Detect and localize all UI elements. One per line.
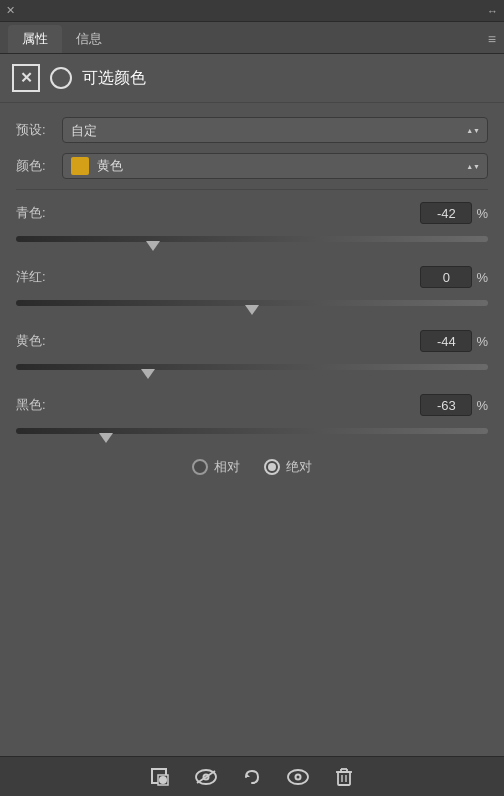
color-swatch [71,157,89,175]
slider-track-wrap-1[interactable] [16,292,488,314]
svg-point-10 [297,775,300,778]
presets-label: 预设: [16,121,54,139]
slider-track-3 [16,428,488,434]
resize-icon[interactable]: ↔ [487,5,498,17]
tabs-menu-button[interactable]: ≡ [488,31,496,47]
visibility-button[interactable] [192,763,220,791]
slider-pct-1: % [476,270,488,285]
panel-title: 可选颜色 [82,68,146,89]
slider-group-3: 黑色:% [16,394,488,442]
delete-icon [335,767,353,787]
slider-input-1[interactable] [420,266,472,288]
delete-button[interactable] [330,763,358,791]
svg-point-2 [159,776,167,784]
slider-top-row-2: 黄色:% [16,330,488,352]
color-value: 黄色 [97,157,123,175]
panel-header: ✕ 可选颜色 [0,54,504,103]
radio-relative[interactable]: 相对 [192,458,240,476]
color-label: 颜色: [16,157,54,175]
slider-group-2: 黄色:% [16,330,488,378]
radio-absolute-label: 绝对 [286,458,312,476]
slider-pct-3: % [476,398,488,413]
tab-properties[interactable]: 属性 [8,25,62,53]
tabs-bar: 属性 信息 ≡ [0,22,504,54]
color-select[interactable]: 黄色 [62,153,488,179]
slider-pct-0: % [476,206,488,221]
slider-label-0: 青色: [16,204,56,222]
slider-track-2 [16,364,488,370]
color-row: 颜色: 黄色 ▲▼ [16,153,488,179]
slider-group-1: 洋红:% [16,266,488,314]
slider-input-3[interactable] [420,394,472,416]
slider-value-group-0: % [420,202,488,224]
slider-label-2: 黄色: [16,332,56,350]
tab-info[interactable]: 信息 [62,25,116,53]
slider-thumb-0[interactable] [146,241,160,251]
slider-top-row-1: 洋红:% [16,266,488,288]
preview-icon [287,769,309,785]
presets-select-wrapper: 自定 默认 ▲▼ [62,117,488,143]
undo-icon [242,767,262,787]
slider-value-group-2: % [420,330,488,352]
color-select-wrapper: 黄色 ▲▼ [62,153,488,179]
close-button[interactable]: ✕ [6,4,15,17]
panel-content: 预设: 自定 默认 ▲▼ 颜色: 黄色 ▲▼ 青色:%洋红:%黄色:%黑色:% … [0,103,504,504]
slider-label-1: 洋红: [16,268,56,286]
slider-input-0[interactable] [420,202,472,224]
slider-group-0: 青色:% [16,202,488,250]
preview-button[interactable] [284,763,312,791]
slider-top-row-3: 黑色:% [16,394,488,416]
radio-absolute-btn[interactable] [264,459,280,475]
mask-tool-icon [150,767,170,787]
slider-thumb-1[interactable] [245,305,259,315]
slider-track-1 [16,300,488,306]
eye-icon [195,769,217,785]
slider-label-3: 黑色: [16,396,56,414]
slider-track-wrap-2[interactable] [16,356,488,378]
slider-value-group-1: % [420,266,488,288]
svg-line-6 [197,771,215,783]
circle-icon [50,67,72,89]
sliders-container: 青色:%洋红:%黄色:%黑色:% [16,202,488,442]
bottom-toolbar [0,756,504,796]
radio-group: 相对 绝对 [16,458,488,476]
radio-relative-label: 相对 [214,458,240,476]
slider-thumb-2[interactable] [141,369,155,379]
slider-pct-2: % [476,334,488,349]
divider-1 [16,189,488,190]
radio-absolute[interactable]: 绝对 [264,458,312,476]
radio-relative-btn[interactable] [192,459,208,475]
slider-track-0 [16,236,488,242]
mask-tool-button[interactable] [146,763,174,791]
presets-row: 预设: 自定 默认 ▲▼ [16,117,488,143]
undo-button[interactable] [238,763,266,791]
slider-track-wrap-3[interactable] [16,420,488,442]
mask-icon: ✕ [12,64,40,92]
presets-select[interactable]: 自定 默认 [62,117,488,143]
slider-value-group-3: % [420,394,488,416]
title-bar: ✕ ↔ [0,0,504,22]
slider-top-row-0: 青色:% [16,202,488,224]
slider-input-2[interactable] [420,330,472,352]
slider-track-wrap-0[interactable] [16,228,488,250]
slider-thumb-3[interactable] [99,433,113,443]
svg-rect-11 [338,772,350,785]
